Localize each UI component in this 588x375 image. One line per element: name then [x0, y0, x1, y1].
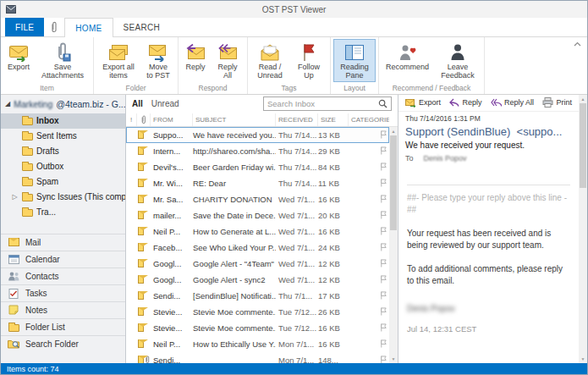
- sidebar-item-tasks[interactable]: Tasks: [1, 284, 125, 301]
- ribbon-tab-bar: FILE HOME SEARCH: [1, 18, 587, 37]
- ribbon-collapse-icon[interactable]: [574, 41, 581, 47]
- email-list-row[interactable]: Devil's... Beer Garden Friday wi... Thu …: [126, 159, 389, 175]
- attachment-column-icon[interactable]: [137, 113, 151, 126]
- folder-tree-item[interactable]: ▷ Inbox: [1, 113, 125, 129]
- flag-icon[interactable]: [377, 226, 389, 236]
- message-list-pane: All Unread ! FROM SUBJECT RECEIVED SIZE: [126, 95, 398, 363]
- export-all-items-button[interactable]: Export all items: [96, 39, 140, 82]
- tab-search[interactable]: SEARCH: [113, 18, 170, 36]
- column-received[interactable]: RECEIVED: [276, 113, 318, 126]
- search-input[interactable]: [267, 99, 378, 108]
- email-list-row[interactable]: Sendi... Mon 7/1... 148...: [126, 352, 389, 363]
- app-window: OST PST Viewer FILE HOME SEARCH Export: [0, 0, 588, 375]
- recommend-button[interactable]: Recommend: [382, 39, 433, 79]
- flag-icon[interactable]: [377, 242, 389, 252]
- sidebar-item-calendar[interactable]: Calendar: [1, 251, 125, 267]
- reading-export-button[interactable]: Export: [405, 98, 441, 108]
- export-button[interactable]: Export: [3, 39, 34, 79]
- search-box[interactable]: [263, 97, 392, 111]
- flag-icon[interactable]: [377, 210, 389, 220]
- body-timestamp: Jul 14, 12:31 CEST: [407, 323, 570, 335]
- read-unread-button[interactable]: Read / Unread: [250, 39, 289, 82]
- email-received: Thu 7/14...: [276, 163, 318, 172]
- list-scroll-thumb[interactable]: [390, 135, 397, 230]
- reading-print-button[interactable]: Print: [542, 97, 572, 108]
- column-importance[interactable]: !: [126, 113, 137, 126]
- column-subject[interactable]: SUBJECT: [193, 113, 276, 126]
- sidebar-item-search-folder[interactable]: Search Folder: [1, 335, 125, 352]
- email-list-row[interactable]: Stevie... Stevie Moe commente... Tue 7/1…: [126, 320, 389, 336]
- reply-all-button[interactable]: Reply All: [211, 39, 245, 82]
- flag-icon[interactable]: [377, 194, 389, 204]
- flag-icon[interactable]: [377, 258, 389, 268]
- email-list-row[interactable]: Googl... Google Alert - sync2 Wed 7/1...…: [126, 272, 389, 288]
- folder-tree-item[interactable]: ▷ Sent Items: [1, 129, 125, 144]
- reading-scroll-thumb[interactable]: [580, 103, 586, 188]
- flag-icon[interactable]: [377, 339, 389, 349]
- email-list-row[interactable]: Neil P... How to Generate at L... Wed 7/…: [126, 223, 389, 240]
- flag-icon[interactable]: [377, 162, 389, 172]
- move-to-pst-button[interactable]: Move to PST: [141, 39, 175, 82]
- flag-icon[interactable]: [377, 323, 389, 333]
- email-list-row[interactable]: Mr. Wi... RE: Dear Thu 7/14... 11 KB: [126, 175, 389, 191]
- scroll-up-icon[interactable]: ▲: [579, 95, 587, 103]
- message-sender: Support (SendinBlue) <suppo...: [398, 123, 579, 138]
- calendar-icon: [8, 254, 19, 264]
- tab-home[interactable]: HOME: [64, 18, 113, 37]
- reading-scrollbar[interactable]: ▲ ▼: [579, 95, 587, 363]
- search-icon[interactable]: [378, 99, 387, 108]
- sidebar-item-mail[interactable]: Mail: [1, 234, 125, 251]
- filter-tab-unread[interactable]: Unread: [151, 99, 179, 108]
- email-list-row[interactable]: Stevie... Stevie Moe commente... Tue 7/1…: [126, 304, 389, 320]
- scroll-up-icon[interactable]: ▲: [389, 127, 398, 135]
- column-size[interactable]: SIZE: [318, 113, 349, 126]
- email-list-row[interactable]: Neil P... How to Ethically Use Y... Mon …: [126, 336, 389, 352]
- folder-tree-item[interactable]: ▷ Tra...: [1, 205, 125, 220]
- list-scrollbar[interactable]: ▲ ▼: [389, 127, 398, 363]
- envelope-icon: [138, 307, 144, 316]
- scroll-down-icon[interactable]: ▼: [579, 355, 587, 363]
- column-from[interactable]: FROM: [151, 113, 193, 126]
- flag-icon[interactable]: [377, 130, 389, 140]
- email-list-row[interactable]: Googl... Google Alert - "4Team" Wed 7/1.…: [126, 256, 389, 272]
- mailbox-root[interactable]: ◢ Marketing@4team.biz - G...: [1, 95, 125, 113]
- email-size: 148...: [318, 356, 349, 363]
- move-to-pst-label: Move to PST: [146, 63, 171, 80]
- reading-reply-button[interactable]: Reply: [449, 98, 481, 107]
- email-list-row[interactable]: Mr. Sa... CHARITY DONATION Wed 7/1... 16…: [126, 191, 389, 207]
- tab-file[interactable]: FILE: [5, 18, 44, 36]
- expand-arrow-icon[interactable]: ▷: [11, 193, 19, 201]
- email-list-row[interactable]: Suppo... We have received you... Thu 7/1…: [126, 127, 389, 143]
- flag-icon[interactable]: [377, 274, 389, 284]
- leave-feedback-button[interactable]: Leave Feedback: [434, 39, 481, 82]
- email-list-row[interactable]: Faceb... See Who Liked Your P... Wed 7/1…: [126, 240, 389, 256]
- follow-up-icon: [301, 41, 316, 63]
- sidebar-item-folder-list[interactable]: Folder List: [1, 318, 125, 335]
- reply-button[interactable]: Reply: [181, 39, 210, 79]
- reading-pane-button[interactable]: Reading Pane: [333, 39, 376, 82]
- folder-tree-item[interactable]: ▷ Drafts: [1, 144, 125, 159]
- email-received: Thu 7/14...: [276, 130, 318, 140]
- sidebar-item-notes[interactable]: Notes: [1, 301, 125, 318]
- flag-icon[interactable]: [377, 290, 389, 301]
- sidebar-item-contacts[interactable]: Contacts: [1, 267, 125, 284]
- scroll-down-icon[interactable]: ▼: [389, 355, 398, 363]
- email-list-row[interactable]: Sendi... [SendinBlue] Notificati... Thu …: [126, 288, 389, 304]
- save-attachments-button[interactable]: Save Attachments: [35, 39, 91, 82]
- email-list-row[interactable]: mailer... Save the Date in Dece... Wed 7…: [126, 207, 389, 223]
- flag-icon[interactable]: [377, 146, 389, 156]
- flag-icon[interactable]: [377, 355, 389, 363]
- flag-icon[interactable]: [377, 306, 389, 317]
- filter-tab-all[interactable]: All: [132, 99, 143, 108]
- flag-icon[interactable]: [377, 178, 389, 188]
- folder-tree-item[interactable]: ▷ Spam: [1, 174, 125, 190]
- follow-up-button[interactable]: Follow Up: [290, 39, 327, 82]
- folder-tree-item[interactable]: ▷ Sync Issues (This comput...: [1, 190, 125, 205]
- leave-feedback-label: Leave Feedback: [438, 63, 477, 80]
- email-list-row[interactable]: Intern... http://shareo.com/sha... Thu 7…: [126, 143, 389, 159]
- expand-triangle-icon[interactable]: ◢: [5, 100, 10, 108]
- column-categories[interactable]: CATEGORIES: [349, 113, 389, 126]
- nav-label: Calendar: [25, 255, 60, 264]
- folder-tree-item[interactable]: ▷ Outbox: [1, 159, 125, 174]
- reading-reply-all-button[interactable]: Reply All: [491, 98, 534, 107]
